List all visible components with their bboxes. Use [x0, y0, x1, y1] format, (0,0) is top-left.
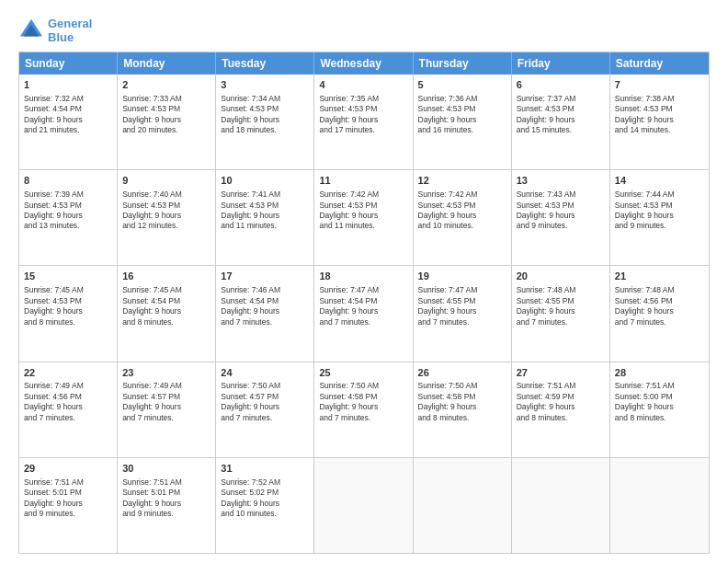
day-info: Sunrise: 7:51 AM Sunset: 5:00 PM Dayligh…	[615, 381, 704, 423]
calendar-day-empty	[314, 458, 413, 553]
calendar-day-24: 24Sunrise: 7:50 AM Sunset: 4:57 PM Dayli…	[216, 362, 314, 457]
header-day-friday: Friday	[512, 52, 610, 75]
day-number: 30	[122, 462, 210, 476]
calendar-day-4: 4Sunrise: 7:35 AM Sunset: 4:53 PM Daylig…	[314, 75, 413, 169]
day-info: Sunrise: 7:42 AM Sunset: 4:53 PM Dayligh…	[319, 190, 407, 232]
day-info: Sunrise: 7:49 AM Sunset: 4:56 PM Dayligh…	[24, 381, 112, 423]
day-number: 14	[615, 174, 704, 188]
calendar-week-5: 29Sunrise: 7:51 AM Sunset: 5:01 PM Dayli…	[19, 457, 709, 553]
calendar-day-5: 5Sunrise: 7:36 AM Sunset: 4:53 PM Daylig…	[414, 75, 512, 169]
day-number: 24	[221, 366, 309, 380]
calendar-day-28: 28Sunrise: 7:51 AM Sunset: 5:00 PM Dayli…	[610, 362, 709, 457]
calendar-day-12: 12Sunrise: 7:42 AM Sunset: 4:53 PM Dayli…	[414, 170, 512, 265]
day-info: Sunrise: 7:35 AM Sunset: 4:53 PM Dayligh…	[319, 94, 407, 136]
calendar-week-3: 15Sunrise: 7:45 AM Sunset: 4:53 PM Dayli…	[19, 265, 709, 361]
calendar-day-26: 26Sunrise: 7:50 AM Sunset: 4:58 PM Dayli…	[414, 362, 512, 457]
logo-icon	[18, 17, 44, 43]
calendar-day-8: 8Sunrise: 7:39 AM Sunset: 4:53 PM Daylig…	[19, 170, 118, 265]
calendar-body: 1Sunrise: 7:32 AM Sunset: 4:54 PM Daylig…	[19, 75, 709, 553]
header-day-wednesday: Wednesday	[314, 52, 413, 75]
calendar-day-1: 1Sunrise: 7:32 AM Sunset: 4:54 PM Daylig…	[19, 75, 118, 169]
day-number: 5	[418, 78, 506, 92]
day-info: Sunrise: 7:43 AM Sunset: 4:53 PM Dayligh…	[517, 190, 605, 232]
page: General Blue SundayMondayTuesdayWednesda…	[0, 0, 728, 563]
calendar-day-6: 6Sunrise: 7:37 AM Sunset: 4:53 PM Daylig…	[512, 75, 610, 169]
day-number: 15	[24, 270, 112, 283]
day-info: Sunrise: 7:32 AM Sunset: 4:54 PM Dayligh…	[24, 94, 112, 136]
day-number: 2	[122, 78, 210, 92]
day-number: 20	[517, 270, 605, 283]
day-info: Sunrise: 7:50 AM Sunset: 4:58 PM Dayligh…	[418, 381, 506, 423]
day-number: 12	[418, 174, 506, 188]
calendar-day-25: 25Sunrise: 7:50 AM Sunset: 4:58 PM Dayli…	[314, 362, 413, 457]
calendar-day-2: 2Sunrise: 7:33 AM Sunset: 4:53 PM Daylig…	[118, 75, 216, 169]
day-number: 6	[517, 78, 605, 92]
day-info: Sunrise: 7:50 AM Sunset: 4:57 PM Dayligh…	[221, 381, 309, 423]
day-info: Sunrise: 7:34 AM Sunset: 4:53 PM Dayligh…	[221, 94, 309, 136]
day-number: 19	[418, 270, 506, 283]
day-number: 26	[418, 366, 506, 380]
logo: General Blue	[18, 17, 92, 44]
calendar-day-empty	[610, 458, 709, 553]
calendar-day-3: 3Sunrise: 7:34 AM Sunset: 4:53 PM Daylig…	[216, 75, 314, 169]
logo-text: General Blue	[48, 17, 92, 44]
day-info: Sunrise: 7:45 AM Sunset: 4:54 PM Dayligh…	[122, 285, 210, 327]
day-info: Sunrise: 7:48 AM Sunset: 4:55 PM Dayligh…	[517, 285, 605, 327]
calendar-week-4: 22Sunrise: 7:49 AM Sunset: 4:56 PM Dayli…	[19, 362, 709, 457]
calendar-day-17: 17Sunrise: 7:46 AM Sunset: 4:54 PM Dayli…	[216, 266, 314, 361]
day-number: 29	[24, 462, 112, 476]
calendar-header: SundayMondayTuesdayWednesdayThursdayFrid…	[19, 52, 709, 75]
day-number: 10	[221, 174, 309, 188]
calendar-day-empty	[512, 458, 610, 553]
day-number: 3	[221, 78, 309, 92]
day-number: 27	[517, 366, 605, 380]
day-number: 11	[319, 174, 407, 188]
calendar-day-18: 18Sunrise: 7:47 AM Sunset: 4:54 PM Dayli…	[314, 266, 413, 361]
day-info: Sunrise: 7:38 AM Sunset: 4:53 PM Dayligh…	[615, 94, 704, 136]
calendar-day-22: 22Sunrise: 7:49 AM Sunset: 4:56 PM Dayli…	[19, 362, 118, 457]
calendar-week-2: 8Sunrise: 7:39 AM Sunset: 4:53 PM Daylig…	[19, 169, 709, 265]
day-number: 22	[24, 366, 112, 380]
day-number: 28	[615, 366, 704, 380]
calendar-day-27: 27Sunrise: 7:51 AM Sunset: 4:59 PM Dayli…	[512, 362, 610, 457]
day-info: Sunrise: 7:52 AM Sunset: 5:02 PM Dayligh…	[221, 477, 309, 520]
header-day-thursday: Thursday	[414, 52, 512, 75]
calendar-day-10: 10Sunrise: 7:41 AM Sunset: 4:53 PM Dayli…	[216, 170, 314, 265]
day-info: Sunrise: 7:46 AM Sunset: 4:54 PM Dayligh…	[221, 285, 309, 327]
header-day-tuesday: Tuesday	[216, 52, 314, 75]
header-day-saturday: Saturday	[610, 52, 709, 75]
day-info: Sunrise: 7:39 AM Sunset: 4:53 PM Dayligh…	[24, 190, 112, 232]
day-number: 31	[221, 462, 309, 476]
day-number: 7	[615, 78, 704, 92]
calendar-day-29: 29Sunrise: 7:51 AM Sunset: 5:01 PM Dayli…	[19, 458, 118, 553]
calendar-day-30: 30Sunrise: 7:51 AM Sunset: 5:01 PM Dayli…	[118, 458, 216, 553]
calendar-day-13: 13Sunrise: 7:43 AM Sunset: 4:53 PM Dayli…	[512, 170, 610, 265]
day-info: Sunrise: 7:40 AM Sunset: 4:53 PM Dayligh…	[122, 190, 210, 232]
calendar-day-23: 23Sunrise: 7:49 AM Sunset: 4:57 PM Dayli…	[118, 362, 216, 457]
calendar-day-16: 16Sunrise: 7:45 AM Sunset: 4:54 PM Dayli…	[118, 266, 216, 361]
calendar-week-1: 1Sunrise: 7:32 AM Sunset: 4:54 PM Daylig…	[19, 75, 709, 169]
calendar-day-9: 9Sunrise: 7:40 AM Sunset: 4:53 PM Daylig…	[118, 170, 216, 265]
day-number: 16	[122, 270, 210, 283]
day-info: Sunrise: 7:50 AM Sunset: 4:58 PM Dayligh…	[319, 381, 407, 423]
calendar-day-empty	[414, 458, 512, 553]
calendar-day-19: 19Sunrise: 7:47 AM Sunset: 4:55 PM Dayli…	[414, 266, 512, 361]
day-info: Sunrise: 7:36 AM Sunset: 4:53 PM Dayligh…	[418, 94, 506, 136]
day-info: Sunrise: 7:51 AM Sunset: 4:59 PM Dayligh…	[517, 381, 605, 423]
calendar-day-14: 14Sunrise: 7:44 AM Sunset: 4:53 PM Dayli…	[610, 170, 709, 265]
day-number: 1	[24, 78, 112, 92]
day-number: 21	[615, 270, 704, 283]
day-info: Sunrise: 7:44 AM Sunset: 4:53 PM Dayligh…	[615, 190, 704, 232]
calendar-day-7: 7Sunrise: 7:38 AM Sunset: 4:53 PM Daylig…	[610, 75, 709, 169]
day-info: Sunrise: 7:33 AM Sunset: 4:53 PM Dayligh…	[122, 94, 210, 136]
day-info: Sunrise: 7:48 AM Sunset: 4:56 PM Dayligh…	[615, 285, 704, 327]
day-info: Sunrise: 7:42 AM Sunset: 4:53 PM Dayligh…	[418, 190, 506, 232]
day-number: 13	[517, 174, 605, 188]
day-info: Sunrise: 7:37 AM Sunset: 4:53 PM Dayligh…	[517, 94, 605, 136]
day-number: 17	[221, 270, 309, 283]
calendar-day-11: 11Sunrise: 7:42 AM Sunset: 4:53 PM Dayli…	[314, 170, 413, 265]
calendar: SundayMondayTuesdayWednesdayThursdayFrid…	[18, 52, 710, 554]
day-info: Sunrise: 7:45 AM Sunset: 4:53 PM Dayligh…	[24, 285, 112, 327]
day-info: Sunrise: 7:47 AM Sunset: 4:55 PM Dayligh…	[418, 285, 506, 327]
day-info: Sunrise: 7:49 AM Sunset: 4:57 PM Dayligh…	[122, 381, 210, 423]
